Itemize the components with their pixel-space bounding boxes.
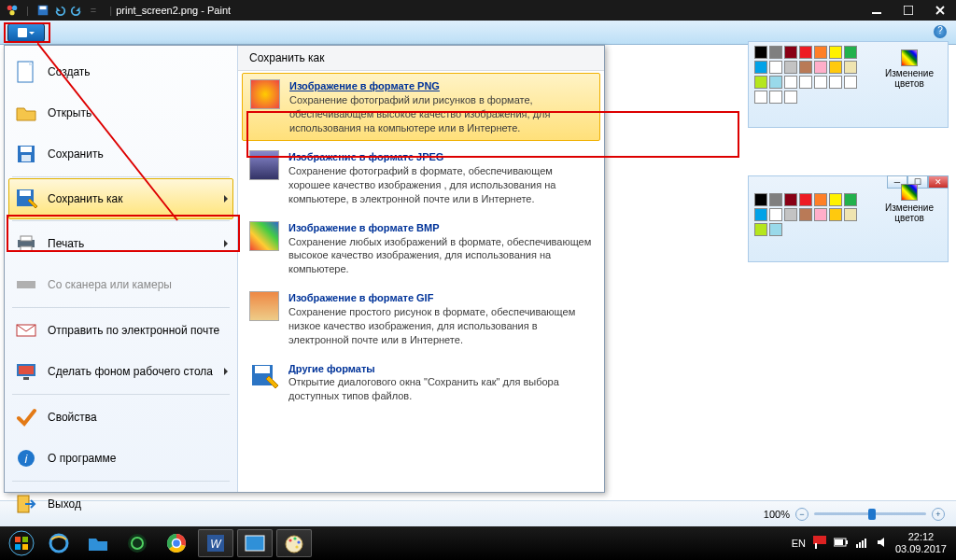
menu-item-scanner: Со сканера или камеры (5, 264, 237, 305)
taskbar-explorer-icon[interactable] (80, 529, 116, 557)
menu-item-label: Со сканера или камеры (48, 278, 172, 291)
svg-rect-4 (39, 7, 46, 10)
printer-icon (14, 231, 38, 256)
submenu-arrow-icon (224, 368, 228, 375)
svg-point-2 (9, 10, 14, 15)
folder-open-icon (14, 101, 38, 125)
desktop-icon (14, 359, 38, 384)
menu-item-print[interactable]: Печать (5, 223, 237, 264)
edit-colors-icon[interactable] (901, 49, 918, 66)
svg-rect-29 (22, 537, 28, 542)
tray-time: 22:12 (895, 531, 947, 543)
menu-item-exit[interactable]: Выход (5, 483, 237, 525)
svg-rect-20 (23, 377, 29, 380)
tray-clock[interactable]: 22:12 03.09.2017 (895, 531, 947, 555)
fmt-desc: Сохранение простого рисунок в формате, о… (288, 305, 593, 347)
menu-item-save[interactable]: Сохранить (5, 133, 237, 175)
taskbar-explorer-window-icon[interactable] (237, 529, 273, 557)
edit-colors-label: Изменение цветов (885, 203, 934, 223)
saveas-format-gif[interactable]: Изображение в формате GIF Сохранение про… (238, 284, 604, 354)
zoom-slider[interactable] (814, 512, 926, 515)
svg-rect-53 (865, 539, 866, 548)
redo-icon[interactable] (70, 4, 83, 17)
scanner-icon (14, 273, 38, 297)
menu-item-label: Сохранить (48, 147, 104, 161)
maximize-button[interactable] (893, 0, 924, 21)
saveas-format-png[interactable]: Изображение в формате PNG Сохранение фот… (242, 73, 600, 141)
submenu-arrow-icon (224, 195, 228, 203)
exit-icon (14, 492, 38, 516)
menu-item-label: Создать (48, 65, 91, 78)
saveas-format-other[interactable]: Другие форматы Открытие диалогового окна… (238, 355, 604, 412)
saveas-format-jpeg[interactable]: Изображение в формате JPEG Сохранение фо… (238, 143, 604, 213)
zoom-control: 100% − + (764, 508, 945, 521)
taskbar-app-icon[interactable] (120, 529, 155, 557)
close-button[interactable] (924, 0, 956, 21)
taskbar-word-icon[interactable]: W (198, 529, 233, 557)
tray-lang[interactable]: EN (792, 538, 806, 549)
svg-rect-6 (904, 6, 913, 15)
start-button[interactable] (4, 526, 39, 560)
svg-rect-51 (859, 542, 861, 548)
menu-item-label: Свойства (48, 411, 97, 424)
menu-item-label: Отправить по электронной почте (48, 324, 219, 337)
svg-rect-50 (856, 544, 858, 548)
edit-colors-icon[interactable] (901, 184, 918, 201)
menu-item-properties[interactable]: Свойства (5, 397, 237, 438)
tray-flag-icon[interactable] (813, 536, 826, 551)
checkmark-icon (14, 405, 38, 429)
zoom-out-button[interactable]: − (795, 508, 808, 521)
submenu-arrow-icon (224, 240, 228, 247)
svg-rect-9 (21, 147, 32, 152)
svg-point-43 (297, 540, 300, 543)
undo-icon[interactable] (53, 4, 66, 17)
fmt-title: Изображение в формате GIF (288, 291, 593, 305)
fmt-desc: Сохранение фотографий в формате, обеспеч… (288, 164, 593, 206)
fmt-desc: Открытие диалогового окна "Сохранить как… (288, 375, 593, 403)
svg-point-0 (7, 6, 12, 10)
svg-rect-45 (813, 536, 826, 544)
fmt-title: Другие форматы (288, 362, 593, 376)
paint-file-menu: Создать Открыть Сохранить Сохранить как … (4, 45, 605, 493)
menu-item-label: Открыть (48, 106, 91, 119)
menu-item-email[interactable]: Отправить по электронной почте (5, 310, 237, 351)
zoom-in-button[interactable]: + (932, 508, 945, 521)
tray-battery-icon[interactable] (834, 538, 849, 549)
saveas-icon (14, 187, 38, 211)
edit-colors-label: Изменение цветов (885, 68, 934, 89)
bmp-format-icon (249, 221, 279, 251)
menu-item-create[interactable]: Создать (5, 51, 237, 92)
saveas-format-bmp[interactable]: Изображение в формате BMP Сохранение люб… (238, 214, 604, 284)
minimize-button[interactable] (861, 0, 893, 21)
title-bar: | = | print_screen2.png - Paint (0, 0, 956, 21)
help-icon[interactable]: ? (934, 25, 947, 38)
menu-item-label: Сохранить как (48, 192, 122, 205)
menu-item-label: О программе (48, 452, 116, 465)
tray-sound-icon[interactable] (877, 537, 888, 550)
svg-rect-25 (255, 366, 270, 373)
menu-item-wallpaper[interactable]: Сделать фоном рабочего стола (5, 351, 237, 392)
svg-rect-30 (15, 544, 21, 550)
svg-rect-28 (15, 537, 21, 542)
fmt-desc: Сохранение любых изображений в формате, … (288, 235, 593, 277)
menu-item-saveas[interactable]: Сохранить как (8, 178, 233, 219)
svg-rect-16 (17, 281, 35, 288)
png-format-icon (250, 79, 280, 109)
taskbar-chrome-icon[interactable] (159, 529, 194, 557)
menu-item-open[interactable]: Открыть (5, 92, 237, 133)
taskbar-paint-icon[interactable] (276, 529, 312, 557)
background-paint-colors-1: Изменение цветов (748, 41, 949, 128)
taskbar-ie-icon[interactable] (41, 529, 77, 557)
svg-rect-10 (21, 155, 31, 161)
svg-rect-39 (246, 536, 264, 551)
paint-app-icon (6, 4, 19, 17)
save-icon (14, 142, 38, 166)
paint-file-menu-button[interactable] (7, 23, 45, 42)
menu-item-label: Сделать фоном рабочего стола (48, 365, 213, 378)
svg-rect-52 (862, 540, 864, 548)
other-format-icon (249, 362, 279, 392)
tray-wifi-icon[interactable] (856, 537, 869, 550)
svg-rect-19 (19, 366, 34, 374)
save-icon[interactable] (36, 4, 49, 17)
menu-item-about[interactable]: i О программе (5, 438, 237, 479)
